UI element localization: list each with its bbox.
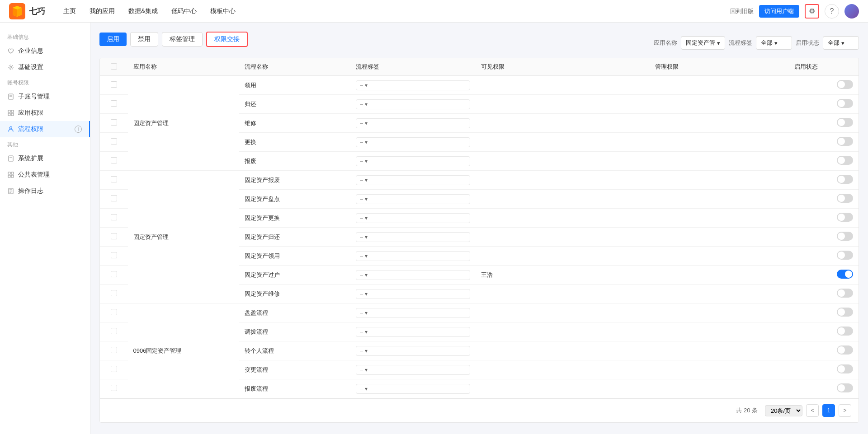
- sidebar-item-app-permission[interactable]: 应用权限: [0, 105, 90, 121]
- back-old-btn[interactable]: 回到旧版: [730, 7, 754, 15]
- visit-user-btn[interactable]: 访问用户端: [759, 5, 799, 18]
- nav-home[interactable]: 主页: [63, 5, 76, 17]
- page-1-btn[interactable]: 1: [822, 404, 835, 417]
- td-status[interactable]: [789, 322, 859, 341]
- toggle-off[interactable]: [837, 175, 853, 184]
- td-flow-tag[interactable]: –▾: [350, 379, 476, 398]
- sidebar-item-flow-permission[interactable]: 流程权限 i: [0, 121, 90, 137]
- nav-data[interactable]: 数据&集成: [128, 5, 158, 17]
- td-flow-tag[interactable]: –▾: [350, 285, 476, 303]
- td-flow-tag[interactable]: –▾: [350, 114, 476, 133]
- settings-button[interactable]: ⚙: [805, 4, 819, 19]
- td-checkbox[interactable]: [100, 360, 128, 379]
- td-status[interactable]: [789, 228, 859, 247]
- filter-status-select[interactable]: 全部 ▾: [823, 36, 859, 50]
- td-checkbox[interactable]: [100, 303, 128, 322]
- td-status[interactable]: [789, 190, 859, 209]
- enable-button[interactable]: 启用: [99, 33, 127, 46]
- next-page-btn[interactable]: >: [839, 404, 851, 417]
- toggle-off[interactable]: [837, 364, 853, 373]
- td-checkbox[interactable]: [100, 190, 128, 209]
- td-checkbox[interactable]: [100, 76, 128, 95]
- prev-page-btn[interactable]: <: [806, 404, 819, 417]
- td-checkbox[interactable]: [100, 133, 128, 152]
- td-checkbox[interactable]: [100, 247, 128, 266]
- nav-template[interactable]: 模板中心: [210, 5, 236, 17]
- toggle-on[interactable]: [837, 270, 853, 279]
- disable-button[interactable]: 禁用: [130, 32, 158, 47]
- toggle-off[interactable]: [837, 137, 853, 146]
- td-flow-tag[interactable]: –▾: [350, 341, 476, 360]
- td-status[interactable]: [789, 379, 859, 398]
- td-flow-tag[interactable]: –▾: [350, 152, 476, 171]
- sidebar-item-company-info[interactable]: 企业信息: [0, 43, 90, 59]
- td-status[interactable]: [789, 247, 859, 266]
- sidebar-item-public-table[interactable]: 公共表管理: [0, 167, 90, 183]
- td-flow-tag[interactable]: –▾: [350, 190, 476, 209]
- td-status[interactable]: [789, 76, 859, 95]
- td-checkbox[interactable]: [100, 379, 128, 398]
- td-flow-tag[interactable]: –▾: [350, 209, 476, 228]
- toggle-off[interactable]: [837, 289, 853, 298]
- td-flow-tag[interactable]: –▾: [350, 322, 476, 341]
- filter-tag-select[interactable]: 全部 ▾: [756, 36, 792, 50]
- sidebar-item-sys-extend[interactable]: 系统扩展: [0, 150, 90, 167]
- toggle-off[interactable]: [837, 118, 853, 127]
- td-checkbox[interactable]: [100, 266, 128, 285]
- filter-app-select[interactable]: 固定资产管 ▾: [681, 36, 725, 50]
- toggle-off[interactable]: [837, 194, 853, 203]
- th-checkbox[interactable]: [100, 58, 128, 76]
- table-row: 固定资产管理 领用 –▾: [100, 76, 859, 95]
- td-checkbox[interactable]: [100, 95, 128, 114]
- toggle-off[interactable]: [837, 327, 853, 336]
- page-size-select[interactable]: 20条/页 50条/页: [765, 405, 802, 416]
- td-flow-tag[interactable]: –▾: [350, 95, 476, 114]
- td-checkbox[interactable]: [100, 341, 128, 360]
- td-checkbox[interactable]: [100, 152, 128, 171]
- avatar[interactable]: [844, 4, 859, 19]
- td-flow-tag[interactable]: –▾: [350, 76, 476, 95]
- toggle-off[interactable]: [837, 251, 853, 260]
- toggle-off[interactable]: [837, 99, 853, 108]
- td-checkbox[interactable]: [100, 209, 128, 228]
- td-flow-tag[interactable]: –▾: [350, 228, 476, 247]
- nav-my-apps[interactable]: 我的应用: [90, 5, 115, 17]
- td-checkbox[interactable]: [100, 285, 128, 303]
- td-status[interactable]: [789, 303, 859, 322]
- td-status[interactable]: [789, 152, 859, 171]
- td-status[interactable]: [789, 285, 859, 303]
- toggle-off[interactable]: [837, 383, 853, 392]
- td-status[interactable]: [789, 209, 859, 228]
- toggle-off[interactable]: [837, 232, 853, 241]
- sidebar-item-op-log[interactable]: 操作日志: [0, 183, 90, 199]
- tag-manage-button[interactable]: 标签管理: [162, 32, 203, 47]
- td-status[interactable]: [789, 133, 859, 152]
- td-flow-tag[interactable]: –▾: [350, 266, 476, 285]
- td-checkbox[interactable]: [100, 228, 128, 247]
- toggle-off[interactable]: [837, 308, 853, 317]
- nav-lowcode[interactable]: 低码中心: [171, 5, 197, 17]
- td-flow-tag[interactable]: –▾: [350, 360, 476, 379]
- td-status[interactable]: [789, 114, 859, 133]
- td-flow-tag[interactable]: –▾: [350, 247, 476, 266]
- td-flow-tag[interactable]: –▾: [350, 133, 476, 152]
- permission-handover-button[interactable]: 权限交接: [206, 32, 248, 47]
- td-checkbox[interactable]: [100, 322, 128, 341]
- td-status[interactable]: [789, 360, 859, 379]
- td-checkbox[interactable]: [100, 114, 128, 133]
- header-checkbox[interactable]: [111, 63, 117, 70]
- td-status[interactable]: [789, 266, 859, 285]
- toggle-off[interactable]: [837, 80, 853, 89]
- td-checkbox[interactable]: [100, 171, 128, 190]
- td-flow-tag[interactable]: –▾: [350, 171, 476, 190]
- td-status[interactable]: [789, 171, 859, 190]
- toggle-off[interactable]: [837, 156, 853, 165]
- td-flow-tag[interactable]: –▾: [350, 303, 476, 322]
- help-button[interactable]: ?: [825, 4, 839, 19]
- sidebar-item-basic-settings[interactable]: 基础设置: [0, 59, 90, 75]
- toggle-off[interactable]: [837, 213, 853, 222]
- td-status[interactable]: [789, 341, 859, 360]
- td-status[interactable]: [789, 95, 859, 114]
- sidebar-item-sub-account[interactable]: 子账号管理: [0, 89, 90, 105]
- toggle-off[interactable]: [837, 345, 853, 355]
